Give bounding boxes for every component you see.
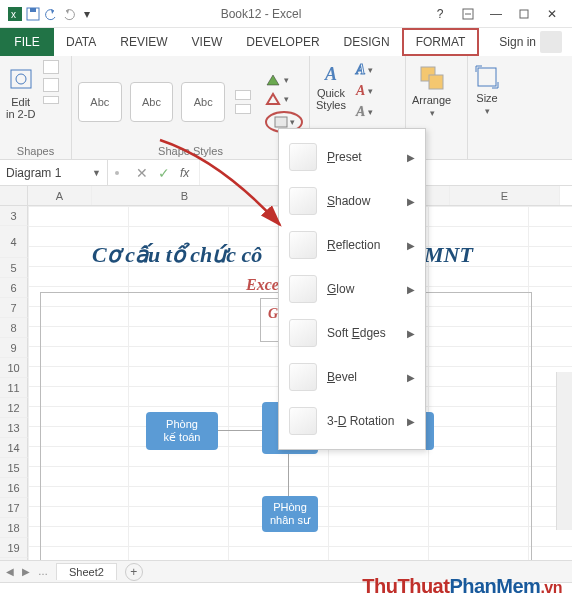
file-tab[interactable]: FILE [0,28,54,56]
menu-item-reflection[interactable]: Reflection▶ [283,223,421,267]
tab-developer[interactable]: DEVELOPER [234,28,331,56]
menu-item-bevel[interactable]: Bevel▶ [283,355,421,399]
ribbon-tabs: FILE DATA REVIEW VIEW DEVELOPER DESIGN F… [0,28,572,56]
quick-styles-button[interactable]: A Quick Styles [316,60,346,111]
row-header[interactable]: 12 [0,398,28,418]
select-all-corner[interactable] [0,186,28,205]
sheet-tab[interactable]: Sheet2 [56,563,117,580]
shape-slot[interactable] [43,60,59,104]
watermark: ThuThuatPhanMem.vn [362,575,562,598]
name-box[interactable]: Diagram 1▼ [0,160,108,185]
diagram-title: Cơ cấu tổ chức cô [92,242,262,268]
svg-point-12 [115,171,119,175]
sheet-nav-prev-icon[interactable]: ◀ [6,566,14,577]
quick-styles-label: Quick Styles [316,87,346,111]
save-icon[interactable] [24,7,42,21]
preset-icon [289,143,317,171]
row-header[interactable]: 3 [0,206,28,226]
row-header[interactable]: 16 [0,478,28,498]
window-title: Book12 - Excel [221,7,302,21]
minimize-icon[interactable]: ― [482,7,510,21]
sign-in-link[interactable]: Sign in [489,28,572,56]
menu-item-glow[interactable]: Glow▶ [283,267,421,311]
menu-item-softedges[interactable]: Soft Edges▶ [283,311,421,355]
vertical-scrollbar[interactable] [556,372,572,530]
shape-style-more[interactable] [235,90,251,114]
menu-item-shadow[interactable]: Shadow▶ [283,179,421,223]
row-header[interactable]: 18 [0,518,28,538]
menu-label: Preset [327,150,407,164]
tab-review[interactable]: REVIEW [108,28,179,56]
ribbon-group-size: Size▾ [468,56,522,159]
row-header[interactable]: 8 [0,318,28,338]
cancel-formula-icon[interactable]: ✕ [136,165,148,181]
undo-icon[interactable] [42,7,60,21]
menu-label: Shadow [327,194,407,208]
name-box-dropdown-icon[interactable]: ▼ [92,168,101,178]
row-header[interactable]: 11 [0,378,28,398]
ribbon-options-icon[interactable] [454,8,482,20]
sheet-nav-next-icon[interactable]: ▶ [22,566,30,577]
row-header[interactable]: 15 [0,458,28,478]
maximize-icon[interactable] [510,9,538,19]
column-header[interactable]: A [28,186,92,205]
shape-outline-button[interactable]: ▾ [265,92,303,106]
svg-text:x: x [11,9,16,20]
diagram-title-suffix: MNT [424,242,473,268]
row-headers: 3 4 5 6 7 8 9 10 11 12 13 14 15 16 17 18… [0,206,28,576]
bevel-icon [289,363,317,391]
tab-format[interactable]: FORMAT [402,28,480,56]
menu-label: Soft Edges [327,326,407,340]
shape-fill-button[interactable]: ▾ [265,73,303,87]
menu-label: 3-D Rotation [327,414,407,428]
enter-formula-icon[interactable]: ✓ [158,165,170,181]
arrange-button[interactable]: Arrange▾ [412,60,451,118]
svg-point-7 [16,74,26,84]
expand-namebox-icon[interactable] [108,160,126,186]
sheet-nav-more[interactable]: … [38,566,48,577]
qat-more-icon[interactable]: ▾ [78,7,96,21]
size-button[interactable]: Size▾ [474,60,500,116]
edit-in-2d-button[interactable]: Edit in 2-D [6,60,35,120]
fx-label[interactable]: fx [180,166,189,180]
shape-style-preset-3[interactable]: Abc [181,82,225,122]
shape-styles-group-label: Shape Styles [78,144,303,157]
org-box[interactable]: PHòng nhân sư [262,496,318,532]
close-icon[interactable]: ✕ [538,7,566,21]
shape-style-preset-1[interactable]: Abc [78,82,122,122]
wordart-a-icon: A [325,64,337,85]
add-sheet-button[interactable]: + [125,563,143,581]
row-header[interactable]: 13 [0,418,28,438]
svg-rect-8 [275,117,287,127]
help-icon[interactable]: ? [426,7,454,21]
connector-line [288,454,289,496]
menu-item-preset[interactable]: Preset▶ [283,135,421,179]
row-header[interactable]: 4 [0,226,28,258]
org-box[interactable]: Phòng kế toán [146,412,218,450]
row-header[interactable]: 5 [0,258,28,278]
column-header[interactable]: B [92,186,278,205]
edit-2d-label: Edit in 2-D [6,96,35,120]
row-header[interactable]: 9 [0,338,28,358]
column-header[interactable]: E [450,186,560,205]
size-icon [474,64,500,90]
row-header[interactable]: 6 [0,278,28,298]
text-effects-button[interactable]: A▾ [356,104,373,120]
arrange-label: Arrange [412,94,451,106]
row-header[interactable]: 17 [0,498,28,518]
row-header[interactable]: 10 [0,358,28,378]
tab-view[interactable]: VIEW [180,28,235,56]
menu-label: Glow [327,282,407,296]
watermark-part2: PhanMem [449,575,540,597]
redo-icon[interactable] [60,7,78,21]
row-header[interactable]: 19 [0,538,28,558]
row-header[interactable]: 7 [0,298,28,318]
menu-item-3drotation[interactable]: 3-D Rotation▶ [283,399,421,443]
tab-design[interactable]: DESIGN [332,28,402,56]
text-fill-button[interactable]: A▾ [356,62,373,78]
tab-data[interactable]: DATA [54,28,108,56]
name-box-value: Diagram 1 [6,166,61,180]
shape-style-preset-2[interactable]: Abc [130,82,174,122]
row-header[interactable]: 14 [0,438,28,458]
text-outline-button[interactable]: A▾ [356,83,373,99]
